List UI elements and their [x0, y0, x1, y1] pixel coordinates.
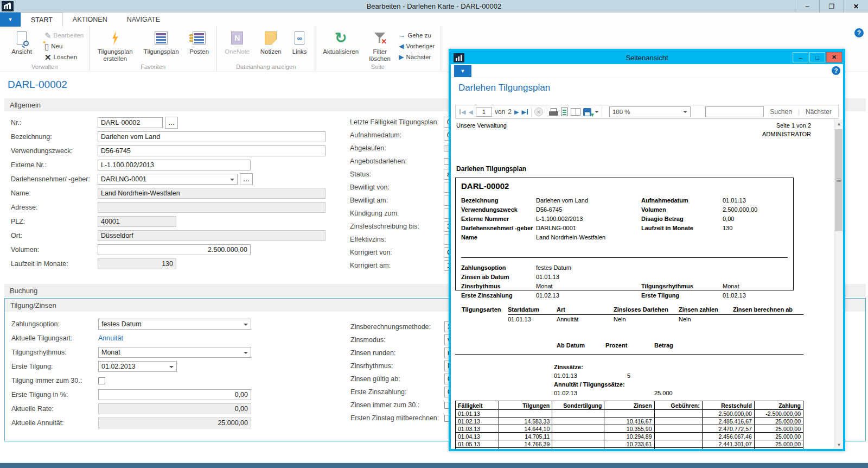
preview-menu-strip: ▼ ?	[451, 64, 843, 78]
export-icon[interactable]: ▼	[583, 108, 599, 116]
volumen-row: Volumen:2.500.000,00	[11, 243, 326, 257]
plz-label: PLZ:	[11, 218, 98, 225]
tilgungsplan-button[interactable]: Tilgungsplan	[138, 28, 184, 63]
table-cell: 14.705,11	[499, 433, 552, 440]
table-cell: 01.03.13	[456, 425, 499, 433]
naechster-button[interactable]: ▶ Nächster	[395, 52, 438, 62]
darlehensnehmer-geber-input[interactable]: DARLNG-0001	[98, 174, 238, 185]
last-page-button[interactable]: ▶	[521, 109, 528, 116]
restore-button[interactable]: ❐	[819, 0, 844, 12]
aktuelle-annuitaet-input[interactable]: 25.000,00	[98, 418, 251, 428]
find-button[interactable]: Suchen	[767, 108, 795, 116]
preview-maximize-button[interactable]: □	[809, 52, 825, 62]
report-pair-row: Darlehensnehmer/ -geberDARLNG-0001	[461, 223, 605, 232]
scroll-up-icon[interactable]: ▲	[834, 119, 844, 128]
report-pair-row: Zinsen ab Datum01.01.13	[461, 272, 571, 281]
first-page-button[interactable]: ◀	[459, 109, 465, 116]
ort-input[interactable]: Düsseldorf	[98, 230, 326, 241]
name-input[interactable]: Land Nordrhein-Westfalen	[98, 188, 326, 199]
volumen-input[interactable]: 2.500.000,00	[98, 244, 251, 255]
notizen-button[interactable]: Notizen	[255, 28, 286, 63]
annuitaet-amount: 25.000	[654, 390, 673, 396]
table-cell: 25.000,00	[754, 448, 803, 450]
tilgung-immer-zum-30-checkbox[interactable]	[98, 377, 105, 384]
effektivzins-label: Effektivzins:	[350, 236, 444, 243]
table-cell: 25.000,00	[754, 433, 803, 440]
tilgungsplan-erstellen-button[interactable]: Tilgungsplan erstellen	[92, 28, 138, 63]
laufzeit-in-monate-row: Laufzeit in Monate:130	[11, 257, 326, 271]
aktuelle-rate-input[interactable]: 0,00	[98, 403, 251, 414]
preview-window-title: Seitenansicht	[451, 54, 843, 62]
neu-button[interactable]: ▯✶ Neu	[41, 41, 87, 52]
page-setup-icon[interactable]	[571, 108, 580, 116]
print-layout-icon[interactable]	[561, 107, 568, 116]
zahlungsoption-input[interactable]: festes Datum	[98, 319, 251, 330]
posten-button[interactable]: Posten	[184, 28, 214, 63]
darlehensnehmer-geber-ellipsis-button[interactable]: …	[240, 173, 253, 185]
table-cell	[654, 448, 702, 450]
erste-tilgung-input[interactable]: 01.02.2013	[98, 361, 177, 372]
table-row: 01.01.132.500.000,00-2.500.000,00	[456, 410, 803, 418]
app-menu-button[interactable]: ▼	[0, 12, 21, 27]
search-input[interactable]	[705, 106, 764, 117]
next-page-button[interactable]: ▶	[514, 109, 519, 116]
zinssaetze-label: Zinssätze:	[554, 364, 583, 370]
minimize-button[interactable]: –	[795, 0, 819, 12]
gehe-zu-button[interactable]: → Gehe zu	[395, 30, 438, 41]
find-next-button[interactable]: Nächster	[802, 108, 835, 116]
adresse-input[interactable]	[98, 202, 326, 213]
table-cell	[499, 410, 552, 418]
table-cell	[552, 448, 604, 450]
scroll-down-icon[interactable]: ▼	[834, 440, 844, 449]
tab-aktionen[interactable]: AKTIONEN	[63, 12, 117, 27]
previous-page-button[interactable]: ◀	[468, 109, 473, 116]
plz-row: PLZ:40001	[11, 214, 326, 229]
preview-app-menu-button[interactable]: ▼	[454, 65, 471, 77]
report-loan-no: DARL-00002	[461, 181, 509, 191]
table-cell: 10.294,89	[604, 433, 654, 440]
laufzeit-in-monate-input[interactable]: 130	[98, 258, 176, 269]
vorheriger-button[interactable]: ◀ Vorheriger	[395, 41, 438, 52]
ansicht-button[interactable]: Ansicht	[2, 28, 41, 63]
filter-loeschen-button[interactable]: ✕ Filter löschen	[364, 28, 395, 63]
delete-icon: ✕	[44, 53, 52, 61]
preview-toolbar: ◀ ◀ 1 von 2 ▶ ▶ ✕ ▼ 100 % Suchen | Nächs…	[455, 105, 839, 119]
ribbon-group-seite: ↻ Aktualisieren ✕ Filter löschen → Gehe …	[315, 27, 441, 72]
table-row: 01.05.1314.766,3910.233,612.441.301,0725…	[456, 440, 803, 448]
preview-scrollbar[interactable]: ▲ ▼	[834, 119, 843, 449]
plz-input[interactable]: 40001	[98, 216, 176, 227]
links-button[interactable]: ∞ Links	[286, 28, 312, 63]
cancel-rendering-icon[interactable]: ✕	[534, 107, 543, 116]
print-icon[interactable]	[549, 108, 558, 116]
preview-close-button[interactable]: ✕	[826, 52, 842, 62]
bewilligt-von-label: Bewilligt von:	[350, 184, 444, 191]
tab-start[interactable]: START	[21, 12, 63, 27]
zinsen-gueltig-ab-label: Zinsen gültig ab:	[350, 375, 444, 383]
aktualisieren-button[interactable]: ↻ Aktualisieren	[317, 28, 364, 63]
bezeichnung-input[interactable]: Darlehen vom Land	[98, 131, 326, 142]
page-number-input[interactable]: 1	[476, 107, 492, 117]
verwendungszweck-input[interactable]: D56-6745	[98, 146, 326, 156]
aktuelle-tilgungsart-link[interactable]: Annuität	[98, 334, 123, 342]
help-icon[interactable]: ?	[854, 28, 864, 37]
nr-input[interactable]: DARL-00002	[98, 117, 163, 128]
bearbeiten-button[interactable]: ✎ Bearbeiten	[41, 30, 87, 41]
tilgungsrhythmus-input[interactable]: Monat	[98, 347, 251, 358]
externe-nr-input[interactable]: L-1.100.002/2013	[98, 160, 251, 170]
nr-ellipsis-button[interactable]: …	[165, 117, 178, 129]
table-cell: -2.500.000,00	[754, 410, 803, 418]
korrigiert-von-label: Korrigiert von:	[350, 249, 444, 256]
onenote-button[interactable]: N OneNote	[219, 28, 255, 63]
preview-help-icon[interactable]: ?	[832, 66, 840, 75]
erste-tilgung-in-prozent-input[interactable]: 0,00	[98, 389, 251, 400]
erste-tilgung-label: Erste Tilgung:	[11, 363, 98, 370]
goto-arrow-icon: →	[399, 31, 405, 39]
tab-navigate[interactable]: NAVIGATE	[117, 12, 170, 27]
zoom-select[interactable]: 100 %	[609, 106, 691, 117]
loeschen-button[interactable]: ✕ Löschen	[41, 52, 87, 62]
scrollbar-thumb[interactable]	[835, 129, 843, 231]
zinsfestschreibung-bis-label: Zinsfestschreibung bis:	[350, 223, 444, 230]
close-button[interactable]: ✕	[844, 0, 868, 12]
preview-minimize-button[interactable]: –	[793, 52, 808, 62]
name-row: Name:Land Nordrhein-Westfalen	[11, 186, 326, 200]
